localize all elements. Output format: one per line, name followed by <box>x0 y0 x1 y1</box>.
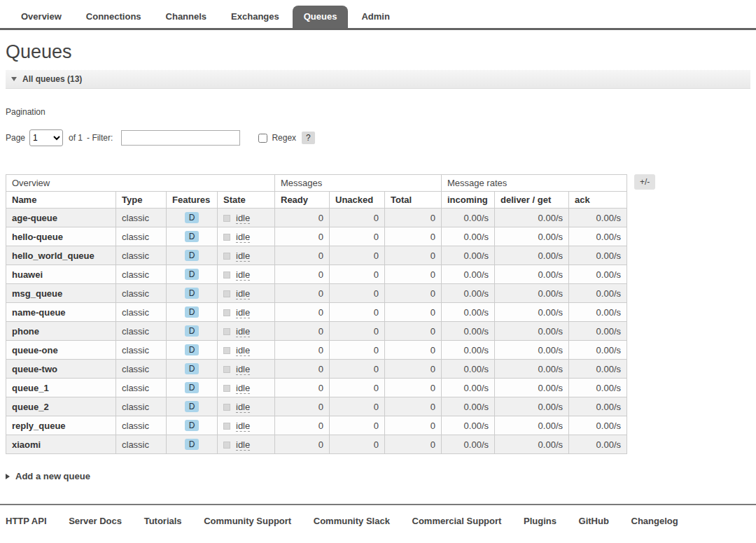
ready-value: 0 <box>275 360 330 379</box>
queue-name-link[interactable]: age-queue <box>12 213 57 223</box>
durable-feature-badge: D <box>185 306 200 318</box>
state-label: idle <box>236 402 250 413</box>
tab-exchanges[interactable]: Exchanges <box>220 6 290 28</box>
state-indicator-icon <box>223 442 230 449</box>
queue-table-body: age-queue classic D idle 0 0 0 0.00/s 0.… <box>6 209 627 454</box>
tab-channels[interactable]: Channels <box>155 6 218 28</box>
queue-name-link[interactable]: queue_2 <box>12 402 49 412</box>
table-row: queue-two classic D idle 0 0 0 0.00/s 0.… <box>6 360 627 379</box>
table-row: phone classic D idle 0 0 0 0.00/s 0.00/s… <box>6 322 627 341</box>
regex-checkbox[interactable] <box>258 134 267 143</box>
unacked-value: 0 <box>330 435 385 454</box>
deliver-rate: 0.00/s <box>495 303 569 322</box>
queue-name-link[interactable]: name-queue <box>12 307 66 318</box>
filter-input[interactable] <box>121 130 240 146</box>
footer-link-commercial-support[interactable]: Commercial Support <box>412 516 502 526</box>
state-indicator-icon <box>223 404 230 411</box>
queue-type: classic <box>116 303 167 322</box>
queue-type: classic <box>116 227 167 246</box>
queue-name-link[interactable]: huawei <box>12 269 43 280</box>
total-value: 0 <box>385 416 442 435</box>
queue-name-link[interactable]: hello-queue <box>12 232 63 242</box>
main-content: Queues All queues (13) Pagination Page 1… <box>0 41 756 481</box>
state-label: idle <box>236 326 250 337</box>
state-indicator-icon <box>223 234 230 241</box>
ack-rate: 0.00/s <box>569 435 627 454</box>
queue-name-link[interactable]: queue-one <box>12 345 58 355</box>
state-label: idle <box>236 307 250 318</box>
state-indicator-icon <box>223 309 230 316</box>
table-row: msg_queue classic D idle 0 0 0 0.00/s 0.… <box>6 284 627 303</box>
footer-link-community-support[interactable]: Community Support <box>204 516 291 526</box>
state-indicator-icon <box>223 385 230 392</box>
deliver-rate: 0.00/s <box>495 209 569 227</box>
queue-type: classic <box>116 416 167 435</box>
col-state[interactable]: State <box>218 192 275 209</box>
durable-feature-badge: D <box>185 231 200 242</box>
state-label: idle <box>236 232 250 243</box>
durable-feature-badge: D <box>185 363 200 374</box>
ready-value: 0 <box>275 246 330 265</box>
incoming-rate: 0.00/s <box>442 265 495 284</box>
total-value: 0 <box>385 209 442 227</box>
add-queue-toggle[interactable]: Add a new queue <box>6 471 750 481</box>
total-value: 0 <box>385 435 442 454</box>
incoming-rate: 0.00/s <box>442 435 495 454</box>
state-indicator-icon <box>223 423 230 430</box>
total-value: 0 <box>385 379 442 397</box>
unacked-value: 0 <box>330 227 385 246</box>
ack-rate: 0.00/s <box>569 284 627 303</box>
ready-value: 0 <box>275 322 330 341</box>
help-icon[interactable]: ? <box>302 132 315 144</box>
all-queues-section-toggle[interactable]: All queues (13) <box>6 70 750 89</box>
ready-value: 0 <box>275 435 330 454</box>
page-select[interactable]: 1 <box>29 129 63 146</box>
queue-type: classic <box>116 435 167 454</box>
total-value: 0 <box>385 265 442 284</box>
table-row: queue-one classic D idle 0 0 0 0.00/s 0.… <box>6 341 627 360</box>
table-row: queue_2 classic D idle 0 0 0 0.00/s 0.00… <box>6 397 627 416</box>
tab-admin[interactable]: Admin <box>350 6 400 28</box>
queue-name-link[interactable]: queue_1 <box>12 383 49 393</box>
ready-value: 0 <box>275 265 330 284</box>
col-incoming[interactable]: incoming <box>442 192 495 209</box>
table-row: hello-queue classic D idle 0 0 0 0.00/s … <box>6 227 627 246</box>
queue-name-link[interactable]: xiaomi <box>12 439 41 450</box>
columns-toggle-button[interactable]: +/- <box>634 174 655 190</box>
state-label: idle <box>236 345 250 356</box>
unacked-value: 0 <box>330 284 385 303</box>
queue-name-link[interactable]: hello_world_queue <box>12 251 94 261</box>
state-label: idle <box>236 439 250 451</box>
deliver-rate: 0.00/s <box>495 341 569 360</box>
footer-link-http-api[interactable]: HTTP API <box>6 516 47 526</box>
footer-link-server-docs[interactable]: Server Docs <box>69 516 122 526</box>
footer-links: HTTP API Server Docs Tutorials Community… <box>0 504 756 536</box>
footer-link-changelog[interactable]: Changelog <box>631 516 678 526</box>
col-unacked[interactable]: Unacked <box>330 192 385 209</box>
tab-queues[interactable]: Queues <box>293 6 349 28</box>
col-ack[interactable]: ack <box>569 192 627 209</box>
col-name[interactable]: Name <box>6 192 116 209</box>
queue-name-link[interactable]: queue-two <box>12 364 57 374</box>
col-total[interactable]: Total <box>385 192 442 209</box>
col-type[interactable]: Type <box>116 192 167 209</box>
footer-link-github[interactable]: GitHub <box>579 516 609 526</box>
pagination-heading: Pagination <box>6 107 750 117</box>
tab-connections[interactable]: Connections <box>75 6 153 28</box>
deliver-rate: 0.00/s <box>495 435 569 454</box>
queue-name-link[interactable]: reply_queue <box>12 421 66 431</box>
col-ready[interactable]: Ready <box>275 192 330 209</box>
all-queues-section-label: All queues (13) <box>22 74 82 84</box>
tab-overview[interactable]: Overview <box>10 6 73 28</box>
col-features[interactable]: Features <box>167 192 218 209</box>
footer-link-community-slack[interactable]: Community Slack <box>314 516 390 526</box>
state-indicator-icon <box>223 366 230 373</box>
queue-type: classic <box>116 246 167 265</box>
incoming-rate: 0.00/s <box>442 227 495 246</box>
col-deliver-get[interactable]: deliver / get <box>495 192 569 209</box>
queue-name-link[interactable]: msg_queue <box>12 288 62 299</box>
queue-name-link[interactable]: phone <box>12 326 39 337</box>
incoming-rate: 0.00/s <box>442 284 495 303</box>
footer-link-plugins[interactable]: Plugins <box>524 516 556 526</box>
footer-link-tutorials[interactable]: Tutorials <box>144 516 182 526</box>
